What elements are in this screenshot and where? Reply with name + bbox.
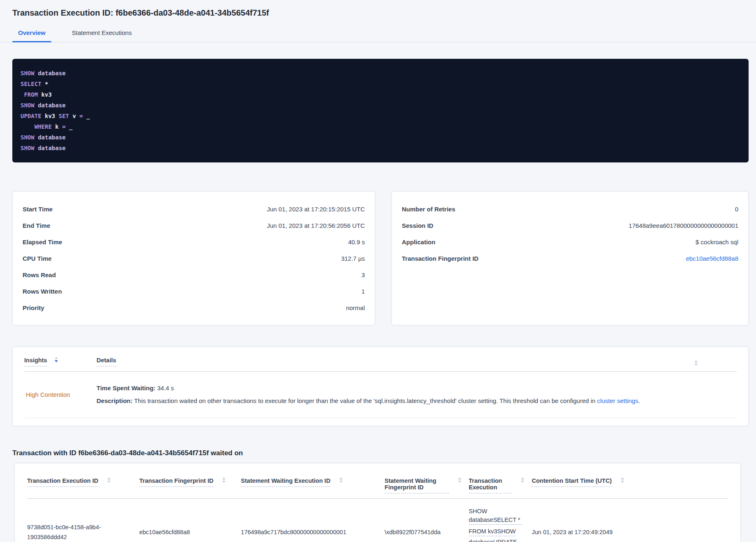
row-label: Elapsed Time [23, 239, 62, 246]
insights-card: Insights Details High Contention Time Sp… [12, 347, 749, 426]
sort-icon[interactable] [621, 477, 624, 483]
cell-transaction-fingerprint-id: ebc10ae56cfd88a8 [139, 499, 241, 542]
cluster-settings-link[interactable]: cluster settings [597, 397, 638, 404]
row-label: Number of Retries [402, 206, 455, 213]
summary-row: Rows Written 1 [23, 283, 365, 299]
col-label[interactable]: Transaction Execution [469, 477, 512, 493]
summary-row: CPU Time 312.7 µs [23, 250, 365, 266]
row-value: 3 [362, 271, 365, 278]
col-statement-waiting-fingerprint-id: Statement Waiting Fingerprint ID [385, 477, 469, 499]
sort-icon[interactable] [694, 360, 698, 366]
description-period: . [638, 397, 640, 404]
summary-card-timing: Start Time Jun 01, 2023 at 17:20:15:2015… [12, 191, 375, 325]
col-label[interactable]: Statement Waiting Execution ID [241, 477, 330, 487]
waited-on-table: Transaction Execution ID Transaction Fin… [27, 477, 728, 542]
description-text: This transaction waited on other transac… [133, 397, 597, 404]
summary-row: Start Time Jun 01, 2023 at 17:20:15:2015… [23, 201, 365, 217]
description-label: Description: [97, 397, 133, 404]
row-label: Rows Written [23, 288, 62, 295]
transaction-fingerprint-link[interactable]: ebc10ae56cfd88a8 [686, 255, 738, 262]
insights-header-sort [694, 357, 737, 366]
tab-overview[interactable]: Overview [18, 29, 46, 42]
summary-row: Elapsed Time 40.9 s [23, 234, 365, 250]
col-transaction-fingerprint-id: Transaction Fingerprint ID [139, 477, 241, 499]
row-value: 0 [735, 206, 738, 213]
col-label[interactable]: Contention Start Time (UTC) [532, 477, 612, 487]
summary-row: Priority normal [23, 299, 365, 316]
cell-statement-waiting-execution-id: 176498a9c717bdc80000000000000001 [241, 499, 385, 542]
col-statement-waiting-execution-id: Statement Waiting Execution ID [241, 477, 385, 499]
row-value: 1 [362, 288, 365, 295]
insights-col-header: Insights [24, 357, 97, 366]
row-label: Rows Read [23, 271, 56, 278]
details-header-label[interactable]: Details [97, 357, 116, 366]
col-label[interactable]: Transaction Fingerprint ID [139, 477, 213, 487]
summary-row: Rows Read 3 [23, 266, 365, 283]
tab-bar: Overview Statement Executions [0, 29, 756, 42]
row-value: 40.9 s [348, 239, 365, 246]
row-label: Start Time [23, 206, 53, 213]
col-contention-start-time: Contention Start Time (UTC) [532, 477, 728, 499]
row-label: Session ID [402, 222, 433, 229]
waited-on-header-row: Transaction Execution ID Transaction Fin… [27, 477, 728, 499]
waited-on-card: Transaction Execution ID Transaction Fin… [14, 463, 741, 542]
summary-card-session: Number of Retries 0 Session ID 17648a9ee… [392, 191, 749, 325]
sort-icon[interactable] [222, 477, 226, 483]
sort-icon[interactable] [458, 477, 461, 483]
row-label: CPU Time [23, 255, 52, 262]
summary-row: Number of Retries 0 [402, 201, 738, 217]
sort-icon[interactable] [339, 477, 343, 483]
time-spent-waiting: Time Spent Waiting: 34.4 s [97, 382, 737, 394]
col-transaction-execution-id: Transaction Execution ID [27, 477, 139, 499]
row-value: 17648a9eea6017800000000000000001 [629, 222, 738, 229]
transaction-execution-link[interactable]: SHOW databaseSELECT * [469, 507, 522, 525]
row-value: Jun 01, 2023 at 17:20:15:2015 UTC [267, 206, 365, 213]
sort-icon[interactable] [55, 357, 58, 362]
time-spent-waiting-label: Time Spent Waiting: [97, 384, 155, 391]
summary-row: End Time Jun 01, 2023 at 17:20:56:2056 U… [23, 217, 365, 234]
row-value: normal [346, 304, 365, 311]
transaction-execution-link[interactable]: databaseUPDATE ... [469, 538, 522, 542]
row-label: Transaction Fingerprint ID [402, 255, 479, 262]
row-label: Application [402, 239, 436, 246]
sql-statements: SHOW databaseSELECT * FROM kv3SHOW datab… [12, 59, 749, 162]
cell-transaction-execution-id: 9738d051-bc0e-4158-a9b4-1903586ddd42 [27, 499, 139, 542]
sort-icon[interactable] [107, 477, 111, 483]
summary-row: Session ID 17648a9eea6017800000000000000… [402, 217, 738, 234]
waited-on-heading: Transaction with ID f6be6366-da03-48de-a… [12, 449, 744, 457]
row-value: $ cockroach sql [696, 239, 738, 246]
sort-icon[interactable] [521, 477, 524, 483]
row-label: End Time [23, 222, 50, 229]
col-label[interactable]: Transaction Execution ID [27, 477, 98, 487]
insight-type-label: High Contention [24, 391, 97, 398]
cell-statement-waiting-fingerprint-id: \xdb8922f077541dda [385, 499, 469, 542]
insight-description: Description: This transaction waited on … [97, 394, 737, 407]
summary-row: Transaction Fingerprint ID ebc10ae56cfd8… [402, 250, 738, 266]
details-col-header: Details [97, 357, 116, 364]
summary-cards: Start Time Jun 01, 2023 at 17:20:15:2015… [12, 191, 749, 325]
insights-header-label[interactable]: Insights [24, 357, 47, 366]
time-spent-waiting-value: 34.4 s [155, 384, 174, 391]
table-row: 9738d051-bc0e-4158-a9b4-1903586ddd42 ebc… [27, 499, 728, 542]
col-label[interactable]: Statement Waiting Fingerprint ID [385, 477, 449, 493]
cell-contention-start-time: Jun 01, 2023 at 17:20:49:2049 [532, 499, 728, 542]
insight-details: Time Spent Waiting: 34.4 s Description: … [97, 382, 737, 407]
transaction-execution-link[interactable]: FROM kv3SHOW [469, 527, 516, 536]
row-label: Priority [23, 304, 44, 311]
tab-statement-executions[interactable]: Statement Executions [72, 29, 132, 42]
col-transaction-execution: Transaction Execution [469, 477, 532, 499]
insight-row: High Contention Time Spent Waiting: 34.4… [24, 372, 737, 418]
insights-header-row: Insights Details [24, 357, 737, 372]
page-title: Transaction Execution ID: f6be6366-da03-… [12, 8, 744, 18]
row-value: 312.7 µs [341, 255, 365, 262]
cell-transaction-execution: SHOW databaseSELECT * FROM kv3SHOW datab… [469, 499, 532, 542]
row-value: Jun 01, 2023 at 17:20:56:2056 UTC [267, 222, 365, 229]
summary-row: Application $ cockroach sql [402, 234, 738, 250]
